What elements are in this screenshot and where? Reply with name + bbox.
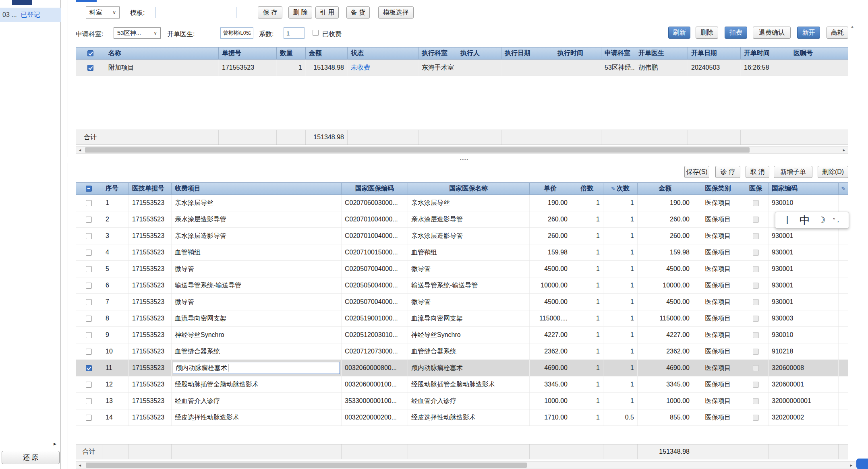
row-checkbox[interactable] <box>86 266 92 272</box>
table-row[interactable]: 3 171553523 亲水涂层造影导管 C020701004000... 亲水… <box>76 228 848 244</box>
scroll-left-icon[interactable]: ◄ <box>76 462 84 469</box>
cell-charge-item[interactable]: 神经导丝Synchro <box>172 327 342 343</box>
col-exec-time[interactable]: 执行时间 <box>554 48 601 59</box>
row-checkbox[interactable] <box>86 200 92 206</box>
col-insurance-category[interactable]: 医保类别 <box>693 183 743 194</box>
charge-button[interactable]: 扣费 <box>725 27 747 39</box>
cell-times[interactable]: 1 <box>603 244 638 260</box>
scroll-left-icon[interactable]: ◄ <box>76 147 84 153</box>
cell-times[interactable]: 1 <box>603 360 638 376</box>
col-exec-date[interactable]: 执行日期 <box>501 48 554 59</box>
col-order-date[interactable]: 开单日期 <box>688 48 741 59</box>
cell-charge-item[interactable]: 颅内动脉瘤栓塞术 <box>172 360 342 376</box>
stock-button[interactable]: 备 货 <box>346 6 370 19</box>
row-checkbox[interactable] <box>86 217 92 223</box>
col-qty[interactable]: 数量 <box>277 48 306 59</box>
reference-button[interactable]: 引 用 <box>315 6 339 19</box>
col-charge-item[interactable]: 收费项目 <box>172 183 342 194</box>
col-insurance-code[interactable]: 国家医保编码 <box>342 183 408 194</box>
cell-charge-item[interactable]: 血管鞘组 <box>172 244 342 260</box>
table-row[interactable]: 附加项目 171553523 1 151348.98 未收费 东海手术室 53区… <box>76 60 848 76</box>
cell-charge-item[interactable]: 经血管介入诊疗 <box>172 393 342 409</box>
doctor-input[interactable] <box>220 27 253 39</box>
row-checkbox[interactable] <box>86 398 92 404</box>
delete-order-button[interactable]: 删除 <box>696 27 718 39</box>
col-multiple[interactable]: 倍数 <box>571 183 603 194</box>
col-req-dept[interactable]: 申请科室 <box>601 48 635 59</box>
cell-charge-item[interactable]: 输送导管系统-输送导管 <box>172 277 342 293</box>
col-seq[interactable]: 序号 <box>102 183 129 194</box>
table-row[interactable]: 13 171553523 经血管介入诊疗 3533000000100... 经血… <box>76 393 848 409</box>
template-select-button[interactable]: 模板选择 <box>378 6 414 19</box>
panel-splitter[interactable]: •••• <box>61 157 868 163</box>
cell-times[interactable]: 1 <box>603 343 638 359</box>
upper-hscrollbar[interactable]: ◄ ► <box>76 146 848 154</box>
table-row[interactable]: 1 171553523 亲水涂层导丝 C020706003000... 亲水涂层… <box>76 195 848 211</box>
col-doc-no[interactable]: 单据号 <box>219 48 277 59</box>
col-national-code[interactable]: 国家编码 <box>769 183 839 194</box>
col-insured[interactable]: 医保 <box>743 183 769 194</box>
row-checkbox[interactable] <box>86 316 92 322</box>
table-row[interactable]: 4 171553523 血管鞘组 C020710015000... 血管鞘组 1… <box>76 244 848 261</box>
select-all-checkbox[interactable] <box>86 186 92 192</box>
cell-times[interactable]: 1 <box>603 294 638 310</box>
template-input[interactable] <box>155 7 236 18</box>
row-checkbox[interactable] <box>86 365 92 371</box>
row-checkbox[interactable] <box>86 299 92 305</box>
table-row[interactable]: 12 171553523 经股动脉插管全脑动脉造影术 0032060000100… <box>76 376 848 393</box>
cell-charge-item[interactable]: 亲水涂层造影导管 <box>172 211 342 227</box>
col-name[interactable]: 名称 <box>105 48 219 59</box>
cell-times[interactable]: 1 <box>603 327 638 343</box>
new-order-button[interactable]: 新开 <box>797 27 820 39</box>
col-order-time[interactable]: 开单时间 <box>741 48 790 59</box>
coeff-input[interactable] <box>284 27 305 39</box>
col-executor[interactable]: 执行人 <box>457 48 501 59</box>
table-row[interactable]: 7 171553523 微导管 C020507004000... 微导管 450… <box>76 294 848 310</box>
col-insurance-name[interactable]: 国家医保名称 <box>408 183 530 194</box>
row-checkbox[interactable] <box>86 415 92 421</box>
cell-charge-item[interactable]: 经股动脉插管全脑动脉造影术 <box>172 376 342 393</box>
table-row[interactable]: 11 171553523 颅内动脉瘤栓塞术 0032060000800... 颅… <box>76 360 848 376</box>
cell-times[interactable]: 1 <box>603 261 638 277</box>
ime-toolbar[interactable]: 丨 中 ☽ °， <box>775 212 849 229</box>
col-status[interactable]: 状态 <box>348 48 418 59</box>
cell-times[interactable]: 1 <box>603 393 638 409</box>
row-checkbox[interactable] <box>86 250 92 256</box>
row-checkbox[interactable] <box>86 332 92 338</box>
col-amount[interactable]: 金额 <box>306 48 348 59</box>
cell-times[interactable]: 1 <box>603 195 638 211</box>
col-edit-flag[interactable]: ✎ <box>839 183 848 194</box>
scrollbar-thumb[interactable] <box>85 147 750 153</box>
refund-confirm-button[interactable]: 退费确认 <box>753 27 791 39</box>
lower-hscrollbar[interactable]: ◄ ► <box>76 461 856 469</box>
cell-charge-item[interactable]: 血管缝合器系统 <box>172 343 342 359</box>
cell-charge-item[interactable]: 亲水涂层导丝 <box>172 195 342 211</box>
cell-times[interactable]: 0.5 <box>603 409 638 426</box>
treatment-button[interactable]: 诊 疗 <box>715 166 740 178</box>
cell-charge-item[interactable]: 微导管 <box>172 261 342 277</box>
col-unit-price[interactable]: 单价 <box>530 183 571 194</box>
request-dept-select[interactable]: 53区神... ∨ <box>114 27 161 39</box>
cell-charge-item[interactable]: 血流导向密网支架 <box>172 310 342 326</box>
table-row[interactable]: 8 171553523 血流导向密网支架 C020519001000... 血流… <box>76 310 848 327</box>
ime-chinese-mode-icon[interactable]: 中 <box>800 213 810 227</box>
delete-button[interactable]: 删 除 <box>288 6 312 19</box>
cell-times[interactable]: 1 <box>603 277 638 293</box>
cell-times[interactable]: 1 <box>603 211 638 227</box>
cancel-button[interactable]: 取 消 <box>746 166 769 178</box>
row-checkbox[interactable] <box>87 65 93 71</box>
cell-times[interactable]: 1 <box>603 228 638 244</box>
table-row[interactable]: 14 171553523 经皮选择性动脉造影术 0032020000200...… <box>76 409 848 426</box>
col-doctor[interactable]: 开单医生 <box>635 48 688 59</box>
col-times[interactable]: ✎ 次数 <box>603 183 638 194</box>
ime-halfwidth-icon[interactable]: ☽ <box>818 215 826 225</box>
ime-punctuation-icon[interactable]: °， <box>833 217 841 224</box>
scroll-right-icon[interactable]: ► <box>840 147 848 153</box>
cell-charge-item[interactable]: 经皮选择性动脉造影术 <box>172 409 342 426</box>
sidebar-collapse-arrow-icon[interactable]: ▸ <box>54 440 56 447</box>
scrollbar-thumb[interactable] <box>86 463 527 468</box>
table-row[interactable]: 10 171553523 血管缝合器系统 C020712073000... 血管… <box>76 343 848 360</box>
row-checkbox[interactable] <box>86 349 92 355</box>
dept-select[interactable]: 科室 ∨ <box>86 6 120 19</box>
row-checkbox[interactable] <box>86 382 92 388</box>
